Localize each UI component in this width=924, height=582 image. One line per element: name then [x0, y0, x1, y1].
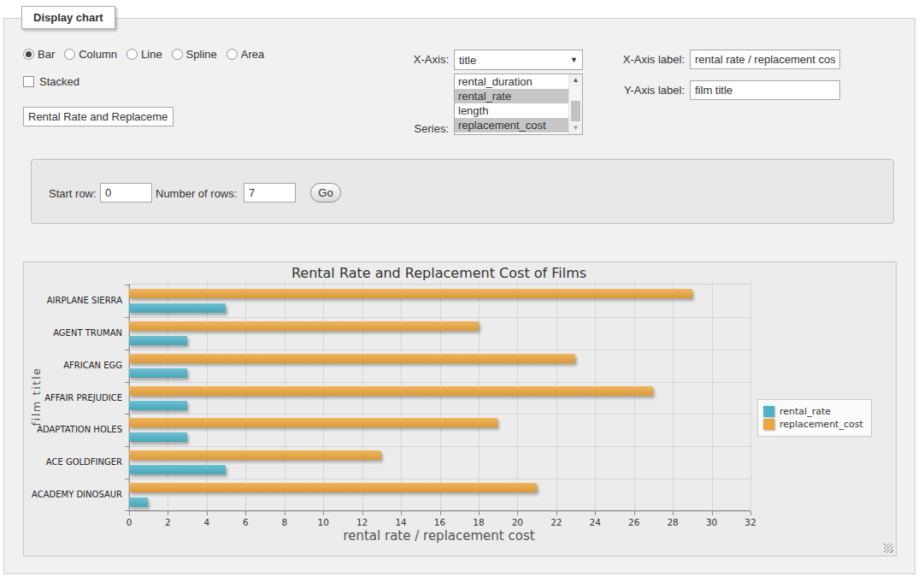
bar-replacement_cost[interactable] [129, 418, 497, 427]
x-tick-label: 22 [544, 517, 569, 527]
bar-rental_rate[interactable] [129, 336, 187, 345]
gridline-vertical [479, 281, 480, 511]
bar-rental_rate[interactable] [129, 368, 187, 378]
x-axis-tick [750, 511, 751, 515]
radio-icon[interactable] [23, 49, 34, 60]
y-category-label: AIRPLANE SIERRA [32, 296, 122, 305]
chart-type-radio-group: BarColumnLineSplineArea [23, 48, 270, 61]
x-tick-label: 10 [310, 517, 336, 527]
chart-type-option-spline[interactable]: Spline [172, 48, 217, 61]
x-tick-label: 28 [660, 517, 686, 527]
gridline-vertical [634, 281, 635, 511]
stacked-checkbox[interactable] [23, 76, 34, 87]
gridline-vertical [362, 281, 363, 511]
radio-icon[interactable] [172, 49, 183, 60]
legend-swatch-icon [763, 419, 774, 430]
bar-replacement_cost[interactable] [129, 483, 537, 492]
x-tick-label: 4 [194, 517, 220, 527]
radio-label: Column [79, 48, 117, 61]
chart-type-option-line[interactable]: Line [127, 48, 162, 61]
series-option-rental_rate[interactable]: rental_rate [455, 89, 569, 103]
x-tick-label: 6 [232, 517, 258, 527]
start-row-input[interactable] [100, 183, 152, 203]
stacked-option[interactable]: Stacked [23, 75, 79, 88]
gridline-horizontal [129, 446, 750, 447]
series-option-rental_duration[interactable]: rental_duration [455, 74, 569, 89]
chart-type-option-column[interactable]: Column [64, 48, 117, 61]
gridline-horizontal [129, 382, 750, 383]
bar-replacement_cost[interactable] [129, 321, 479, 331]
bar-rental_rate[interactable] [129, 432, 187, 442]
gridline-horizontal [129, 414, 750, 414]
y-axis-tick [125, 285, 129, 285]
series-list-label: Series: [387, 122, 449, 135]
bar-rental_rate[interactable] [129, 401, 187, 410]
gridline-vertical [750, 281, 751, 511]
rows-panel: Start row: Number of rows: Go [31, 159, 894, 224]
bar-rental_rate[interactable] [129, 303, 226, 313]
radio-icon[interactable] [227, 49, 238, 60]
bar-rental_rate[interactable] [129, 497, 148, 507]
gridline-vertical [517, 281, 518, 511]
chart-type-option-bar[interactable]: Bar [23, 48, 55, 61]
y-axis-tick [125, 350, 129, 350]
y-axis-label-label: Y-Axis label: [613, 84, 685, 97]
scroll-up-icon[interactable]: ▲ [569, 74, 582, 86]
scroll-down-icon[interactable]: ▼ [569, 122, 582, 134]
legend-item-replacement_cost[interactable]: replacement_cost [763, 419, 863, 430]
series-option-replacement_cost[interactable]: replacement_cost [455, 118, 569, 132]
bar-rental_rate[interactable] [129, 465, 226, 474]
bar-replacement_cost[interactable] [129, 450, 381, 460]
x-axis-tick [323, 511, 324, 515]
x-axis-tick [595, 511, 596, 515]
x-tick-label: 2 [155, 517, 180, 527]
x-axis-tick [634, 511, 635, 515]
x-axis-tick [517, 511, 518, 515]
gridline-vertical [168, 281, 168, 511]
y-axis-tick [125, 446, 129, 447]
legend-item-rental_rate[interactable]: rental_rate [763, 406, 863, 417]
y-category-label: AFRICAN EGG [32, 361, 122, 370]
x-tick-label: 0 [116, 517, 142, 527]
chart-plot-area: AIRPLANE SIERRAAGENT TRUMANAFRICAN EGGAF… [128, 284, 751, 512]
y-axis-tick [125, 317, 129, 318]
page: Display chart BarColumnLineSplineArea St… [0, 0, 924, 582]
bar-replacement_cost[interactable] [129, 354, 575, 363]
x-axis-tick [673, 511, 674, 515]
x-axis-tick [401, 511, 402, 515]
y-axis-line [129, 285, 130, 511]
series-list-scrollbar[interactable]: ▲ ▼ [568, 74, 582, 134]
radio-icon[interactable] [127, 49, 138, 60]
y-axis-tick [125, 479, 129, 479]
gridline-horizontal [129, 350, 750, 350]
scrollbar-thumb[interactable] [571, 101, 580, 121]
bar-replacement_cost[interactable] [129, 289, 692, 298]
legend-label: rental_rate [780, 406, 831, 417]
y-axis-tick [125, 382, 129, 383]
series-listbox[interactable]: rental_durationrental_ratelengthreplacem… [454, 73, 583, 135]
gridline-vertical [556, 281, 557, 511]
y-axis-label-input[interactable] [690, 80, 840, 100]
go-button[interactable]: Go [310, 183, 341, 203]
x-tick-label: 24 [582, 517, 608, 527]
chart-title-input[interactable] [23, 107, 174, 126]
series-option-length[interactable]: length [455, 103, 569, 118]
chart-legend: rental_ratereplacement_cost [757, 399, 872, 437]
chart-type-option-area[interactable]: Area [227, 48, 264, 61]
x-axis-tick [285, 511, 285, 515]
radio-icon[interactable] [64, 49, 75, 60]
x-axis-tick [245, 511, 246, 515]
x-axis-tick [440, 511, 441, 515]
gridline-horizontal [129, 317, 750, 318]
radio-label: Area [241, 48, 264, 61]
x-axis-label-input[interactable] [690, 50, 840, 69]
num-rows-input[interactable] [244, 183, 296, 203]
x-tick-label: 32 [738, 517, 763, 527]
x-axis-tick [556, 511, 557, 515]
display-chart-panel: BarColumnLineSplineArea Stacked X-Axis: … [3, 18, 915, 574]
bar-replacement_cost[interactable] [129, 386, 653, 396]
resize-handle-icon[interactable] [884, 544, 893, 553]
gridline-vertical [673, 281, 674, 511]
x-axis-select[interactable]: title ▼ [454, 50, 583, 70]
gridline-vertical [323, 281, 324, 511]
